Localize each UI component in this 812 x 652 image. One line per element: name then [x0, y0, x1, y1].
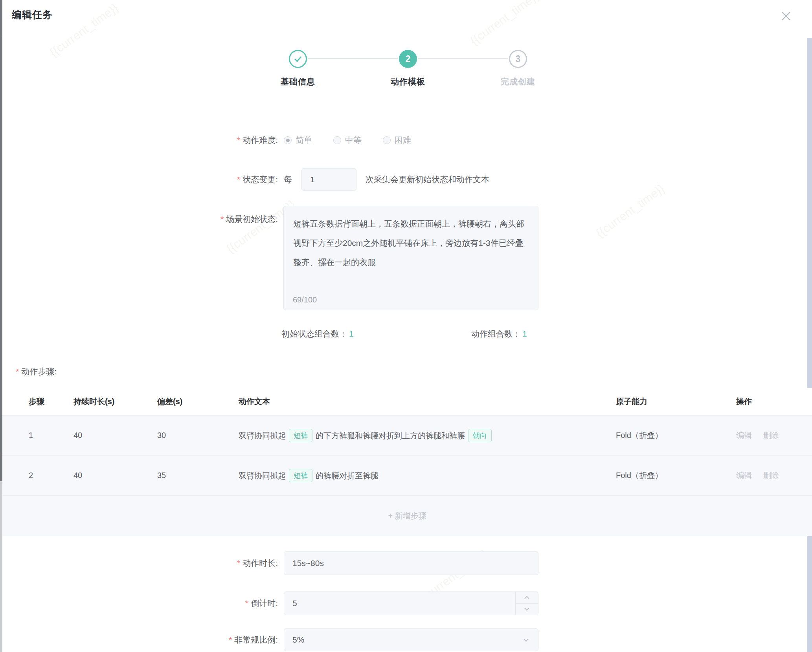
cell-actions: 编辑 删除	[736, 430, 812, 441]
chevron-down-icon	[524, 637, 529, 642]
cell-ability: Fold（折叠）	[616, 430, 736, 441]
step-2-circle: 2	[399, 50, 417, 68]
edit-task-dialog: {{current_time}} {{current_time}} {{curr…	[0, 0, 812, 652]
spinner-down-button[interactable]	[516, 604, 538, 615]
cell-step: 2	[29, 471, 73, 480]
edit-link[interactable]: 编辑	[736, 430, 752, 441]
cell-duration: 40	[73, 431, 157, 440]
countdown-input[interactable]: 5	[284, 592, 538, 615]
table-row: 2 40 35 双臂协同抓起短裤的裤腰对折至裤腿 Fold（折叠） 编辑 删除	[2, 456, 812, 496]
step-2-label: 动作模板	[361, 76, 455, 87]
add-step-button[interactable]: + 新增步骤	[2, 496, 812, 536]
cell-actions: 编辑 删除	[736, 470, 812, 481]
watermark: {{current_time}}	[468, 0, 541, 48]
step-connector	[308, 58, 398, 59]
step-3-label: 完成创建	[471, 76, 565, 87]
state-change-input[interactable]: 1	[301, 168, 356, 191]
radio-icon	[284, 136, 292, 144]
col-header-step: 步骤	[29, 396, 73, 407]
action-combo-count: 动作组合数：1	[471, 328, 527, 339]
step-1-label: 基础信息	[251, 76, 345, 87]
dialog-title: 编辑任务	[12, 8, 53, 21]
required-asterisk: *	[237, 175, 240, 184]
step-3-circle: 3	[509, 50, 527, 68]
object-tag: 短裤	[289, 429, 312, 442]
ratio-label: * 非常规比例:	[0, 634, 278, 645]
initial-state-textarea[interactable]: 短裤五条数据背面朝上，五条数据正面朝上，裤腰朝右，离头部视野下方至少20cm之外…	[283, 206, 538, 310]
col-header-ability: 原子能力	[616, 396, 736, 407]
col-header-actions: 操作	[736, 396, 812, 407]
table-row: 1 40 30 双臂协同抓起短裤的下方裤腿和裤腰对折到上方的裤腿和裤腰朝向 Fo…	[2, 416, 812, 456]
difficulty-label: * 动作难度:	[0, 135, 278, 146]
radio-icon	[333, 136, 341, 144]
col-header-duration: 持续时长(s)	[73, 396, 157, 407]
edit-link[interactable]: 编辑	[736, 470, 752, 481]
cell-step: 1	[29, 431, 73, 440]
radio-simple[interactable]: 简单	[284, 135, 312, 146]
radio-medium[interactable]: 中等	[333, 135, 362, 146]
duration-label: * 动作时长:	[0, 558, 278, 569]
cell-deviation: 30	[157, 431, 239, 440]
required-asterisk: *	[220, 214, 224, 224]
chevron-down-icon	[524, 606, 529, 611]
action-steps-label: * 动作步骤:	[16, 366, 57, 377]
char-counter: 69/100	[293, 295, 317, 304]
watermark: {{current_time}}	[47, 1, 121, 59]
chevron-up-icon	[524, 596, 529, 601]
radio-icon	[383, 136, 391, 144]
required-asterisk: *	[16, 367, 19, 376]
state-change-suffix: 次采集会更新初始状态和动作文本	[366, 174, 489, 185]
col-header-text: 动作文本	[239, 396, 616, 407]
required-asterisk: *	[237, 136, 240, 145]
initial-combo-count: 初始状态组合数：1	[281, 328, 354, 339]
required-asterisk: *	[237, 559, 240, 568]
countdown-label: * 倒计时:	[0, 598, 278, 609]
difficulty-radio-group: 简单 中等 困难	[284, 135, 432, 146]
col-header-deviation: 偏差(s)	[157, 396, 239, 407]
cell-ability: Fold（折叠）	[616, 470, 736, 481]
close-icon	[780, 10, 792, 22]
required-asterisk: *	[245, 599, 248, 608]
cell-duration: 40	[73, 471, 157, 480]
header-divider	[2, 36, 812, 36]
cell-action-text: 双臂协同抓起短裤的裤腰对折至裤腿	[239, 469, 616, 482]
step-number: 3	[516, 54, 521, 64]
orientation-tag: 朝向	[468, 429, 492, 442]
state-change-label: * 状态变更:	[0, 174, 278, 185]
step-connector	[418, 58, 508, 59]
check-icon	[294, 55, 301, 62]
delete-link[interactable]: 删除	[763, 430, 779, 441]
radio-hard[interactable]: 困难	[383, 135, 411, 146]
action-steps-table: 步骤 持续时长(s) 偏差(s) 动作文本 原子能力 操作 1 40 30 双臂…	[2, 388, 812, 536]
spinner-up-button[interactable]	[516, 592, 538, 604]
action-combo-value: 1	[522, 329, 527, 338]
number-spinner	[515, 592, 538, 615]
cell-action-text: 双臂协同抓起短裤的下方裤腿和裤腰对折到上方的裤腿和裤腰朝向	[239, 429, 616, 442]
required-asterisk: *	[229, 635, 232, 645]
table-header-row: 步骤 持续时长(s) 偏差(s) 动作文本 原子能力 操作	[2, 388, 812, 416]
step-1-circle	[289, 50, 307, 68]
close-button[interactable]	[779, 9, 794, 24]
delete-link[interactable]: 删除	[763, 470, 779, 481]
initial-combo-value: 1	[349, 329, 354, 338]
object-tag: 短裤	[289, 469, 312, 482]
initial-state-label: * 场景初始状态:	[0, 214, 278, 225]
duration-input[interactable]: 15s~80s	[284, 551, 538, 575]
state-change-prefix: 每	[284, 174, 292, 185]
step-number: 2	[406, 54, 411, 64]
cell-deviation: 35	[157, 471, 239, 480]
ratio-select[interactable]: 5%	[284, 628, 538, 651]
